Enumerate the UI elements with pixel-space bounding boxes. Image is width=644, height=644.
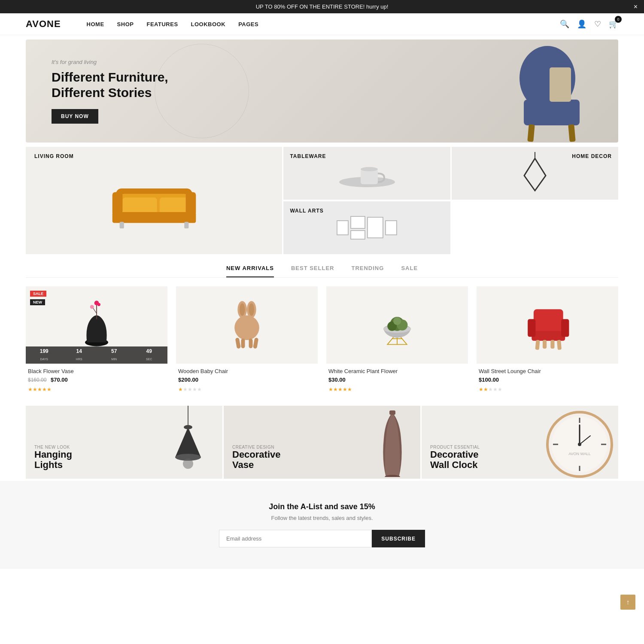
- svg-rect-45: [528, 319, 535, 337]
- svg-point-23: [90, 305, 94, 309]
- svg-rect-4: [568, 124, 575, 142]
- newsletter-email-input[interactable]: [219, 530, 372, 547]
- feature-title: DecorativeVase: [232, 450, 281, 470]
- product-info-wooden-baby-chair: Wooden Baby Chair $200.00 ★★★★★: [176, 364, 318, 397]
- header-icons: 🔍 👤 ♡ 🛒 0: [560, 19, 618, 29]
- category-label-wall-arts: WALL ARTS: [290, 208, 323, 214]
- svg-point-29: [234, 316, 259, 340]
- hero-cta-button[interactable]: BUY NOW: [52, 109, 98, 124]
- vase-svg: [77, 297, 116, 353]
- product-card-wooden-baby-chair[interactable]: Wooden Baby Chair $200.00 ★★★★★: [176, 286, 318, 397]
- products-section: NEW ARRIVALS BEST SELLER TRENDING SALE S…: [26, 265, 618, 397]
- nav-features[interactable]: FEATURES: [146, 21, 178, 27]
- feature-cards: The New Look HangingLights Creative Desi…: [26, 406, 618, 479]
- feature-subtitle: The New Look: [34, 445, 72, 450]
- nav-pages[interactable]: PAGES: [238, 21, 258, 27]
- wall-clock-decor: AVON WALL: [545, 410, 614, 479]
- countdown-timer: 199 DAYS 14 HRS 57 MIN 49 SEC: [26, 346, 167, 364]
- hero-chair-image: [485, 44, 584, 143]
- frame-3: [350, 230, 365, 240]
- product-info-black-flower-vase: Black Flower Vase $160.00 $70.00 ★★★★★: [26, 364, 167, 397]
- svg-rect-50: [550, 340, 554, 349]
- feature-card-wall-clock[interactable]: AVON WALL Product Essential DecorativeWa…: [422, 406, 618, 479]
- user-icon[interactable]: 👤: [577, 19, 586, 29]
- svg-rect-12: [119, 222, 124, 228]
- product-card-black-flower-vase[interactable]: SALE NEW 199: [26, 286, 167, 397]
- newsletter-subtitle: Follow the latest trends, sales and styl…: [26, 515, 618, 521]
- cart-icon[interactable]: 🛒 0: [609, 19, 618, 29]
- svg-rect-11: [112, 212, 196, 223]
- logo[interactable]: AVONE: [26, 18, 61, 30]
- svg-rect-47: [535, 340, 540, 350]
- products-grid: SALE NEW 199: [26, 286, 618, 397]
- countdown-sec: 49 SEC: [132, 348, 167, 362]
- search-icon[interactable]: 🔍: [560, 19, 569, 29]
- clock-svg: AVON WALL: [545, 410, 614, 479]
- lounge-chair-svg: [524, 297, 571, 353]
- category-home-decor[interactable]: HOME DECOR: [452, 147, 618, 200]
- svg-point-53: [184, 425, 192, 429]
- category-label-tableware: TABLEWARE: [290, 153, 326, 159]
- tab-trending[interactable]: TRENDING: [351, 265, 384, 277]
- hanging-light-svg: [167, 406, 210, 479]
- frame-2: [350, 216, 365, 229]
- close-icon[interactable]: ×: [634, 3, 638, 11]
- product-name: Wall Street Lounge Chair: [479, 368, 616, 374]
- product-price: $100.00: [479, 377, 616, 383]
- svg-point-28: [249, 304, 255, 316]
- decorative-vase-decor: [373, 406, 412, 479]
- category-tableware[interactable]: TABLEWARE: [283, 147, 450, 200]
- svg-rect-7: [122, 197, 157, 214]
- frame-5: [385, 220, 397, 235]
- frame-4: [367, 217, 383, 238]
- product-name: White Ceramic Plant Flower: [328, 368, 466, 374]
- category-grid: LIVING ROOM TABLEWARE: [26, 147, 618, 254]
- newsletter-subscribe-button[interactable]: SUBSCRIBE: [372, 530, 425, 547]
- svg-marker-17: [524, 158, 546, 191]
- category-living-room[interactable]: LIVING ROOM: [26, 147, 282, 254]
- tab-sale[interactable]: SALE: [401, 265, 418, 277]
- newsletter-section: Join the A-List and save 15% Follow the …: [0, 481, 644, 569]
- feature-card-decorative-vase[interactable]: Creative Design DecorativeVase: [224, 406, 420, 479]
- header: AVONE HOME SHOP FEATURES LOOKBOOK PAGES …: [0, 13, 644, 35]
- svg-rect-30: [235, 337, 241, 349]
- home-decor-svg: [509, 150, 561, 197]
- svg-rect-57: [389, 410, 395, 415]
- svg-point-42: [393, 317, 401, 325]
- tab-new-arrivals[interactable]: NEW ARRIVALS: [226, 265, 274, 277]
- countdown-min: 57 MIN: [97, 348, 132, 362]
- announcement-text: UP TO 80% OFF ON THE ENTIRE STORE! hurry…: [256, 3, 389, 10]
- svg-rect-46: [561, 319, 569, 337]
- wishlist-icon[interactable]: ♡: [594, 19, 601, 29]
- svg-point-16: [361, 167, 378, 171]
- nav-home[interactable]: HOME: [87, 21, 104, 27]
- countdown-days: 199 DAYS: [27, 348, 62, 362]
- newsletter-title: Join the A-List and save 15%: [26, 502, 618, 511]
- product-image-white-ceramic-plant: [326, 286, 468, 364]
- nav-lookbook[interactable]: LOOKBOOK: [191, 21, 226, 27]
- tab-best-seller[interactable]: BEST SELLER: [291, 265, 334, 277]
- product-price: $200.00: [178, 377, 316, 383]
- wall-arts-frames: [337, 216, 397, 240]
- product-price: $160.00 $70.00: [28, 377, 165, 383]
- cart-count: 0: [615, 16, 622, 23]
- svg-rect-15: [361, 169, 378, 184]
- bunny-chair-svg: [228, 297, 266, 353]
- category-wall-arts[interactable]: WALL ARTS: [283, 201, 450, 254]
- svg-text:AVON WALL: AVON WALL: [568, 452, 591, 456]
- svg-marker-52: [175, 427, 201, 457]
- product-image-wooden-baby-chair: [176, 286, 318, 364]
- product-stars: ★★★★★: [328, 385, 466, 393]
- nav-shop[interactable]: SHOP: [117, 21, 134, 27]
- badge-sale: SALE: [30, 291, 46, 297]
- product-info-lounge-chair: Wall Street Lounge Chair $100.00 ★★★★★: [477, 364, 618, 397]
- feature-card-hanging-lights[interactable]: The New Look HangingLights: [26, 406, 222, 479]
- product-card-white-ceramic-plant[interactable]: White Ceramic Plant Flower $30.00 ★★★★★: [326, 286, 468, 397]
- hanging-light-decor: [167, 406, 210, 479]
- decorative-vase-svg: [373, 406, 412, 477]
- product-stars: ★★★★★: [178, 385, 316, 393]
- plant-svg: [376, 297, 419, 353]
- product-card-lounge-chair[interactable]: Wall Street Lounge Chair $100.00 ★★★★★: [477, 286, 618, 397]
- frame-group: [350, 216, 365, 240]
- svg-line-21: [93, 308, 97, 314]
